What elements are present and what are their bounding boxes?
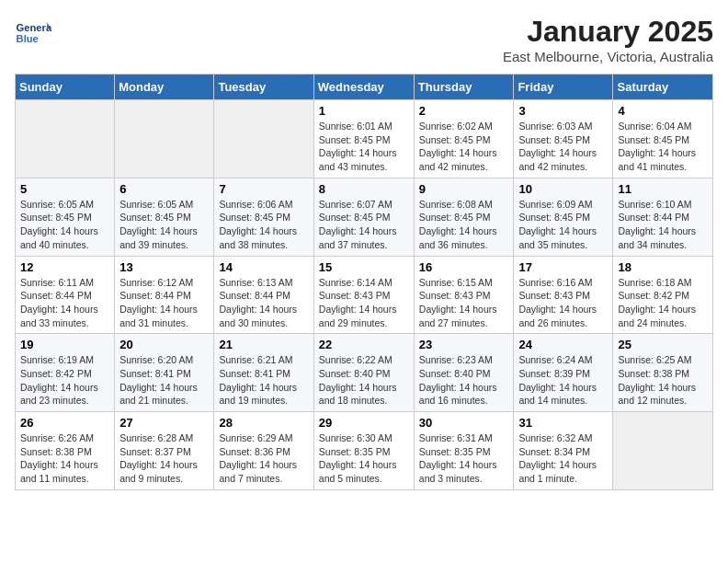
day-info: Sunrise: 6:03 AM Sunset: 8:45 PM Dayligh…	[518, 120, 608, 174]
month-year: January 2025	[503, 15, 713, 49]
day-number: 7	[219, 182, 308, 196]
calendar-week-row: 5Sunrise: 6:05 AM Sunset: 8:45 PM Daylig…	[16, 178, 713, 256]
day-info: Sunrise: 6:20 AM Sunset: 8:41 PM Dayligh…	[119, 353, 209, 408]
day-number: 24	[518, 338, 608, 351]
calendar-cell: 21Sunrise: 6:21 AM Sunset: 8:41 PM Dayli…	[214, 334, 313, 412]
svg-text:General: General	[17, 22, 51, 33]
day-number: 3	[518, 104, 608, 118]
calendar-header-tuesday: Tuesday	[214, 75, 313, 100]
day-number: 15	[319, 260, 409, 274]
calendar-cell	[115, 100, 214, 178]
day-number: 28	[219, 416, 308, 430]
calendar-cell: 24Sunrise: 6:24 AM Sunset: 8:39 PM Dayli…	[514, 334, 613, 412]
day-number: 8	[319, 182, 409, 196]
day-info: Sunrise: 6:06 AM Sunset: 8:45 PM Dayligh…	[219, 198, 308, 252]
calendar-week-row: 26Sunrise: 6:26 AM Sunset: 8:38 PM Dayli…	[16, 412, 713, 490]
day-number: 6	[119, 182, 209, 196]
day-number: 25	[618, 338, 708, 351]
day-number: 22	[319, 338, 409, 351]
calendar-header-sunday: Sunday	[16, 75, 115, 100]
calendar-cell: 15Sunrise: 6:14 AM Sunset: 8:43 PM Dayli…	[313, 256, 414, 334]
day-number: 29	[319, 416, 409, 430]
calendar-cell: 6Sunrise: 6:05 AM Sunset: 8:45 PM Daylig…	[115, 178, 214, 256]
day-info: Sunrise: 6:26 AM Sunset: 8:38 PM Dayligh…	[20, 431, 109, 486]
page-header: General Blue January 2025 East Melbourne…	[15, 15, 713, 64]
day-number: 20	[119, 338, 209, 351]
calendar-cell: 3Sunrise: 6:03 AM Sunset: 8:45 PM Daylig…	[514, 100, 613, 178]
day-number: 23	[419, 338, 509, 351]
day-info: Sunrise: 6:10 AM Sunset: 8:44 PM Dayligh…	[618, 198, 708, 252]
day-info: Sunrise: 6:19 AM Sunset: 8:42 PM Dayligh…	[20, 353, 109, 408]
day-number: 26	[20, 416, 109, 430]
day-info: Sunrise: 6:32 AM Sunset: 8:34 PM Dayligh…	[518, 431, 608, 486]
day-number: 9	[419, 182, 509, 196]
day-info: Sunrise: 6:12 AM Sunset: 8:44 PM Dayligh…	[119, 276, 209, 330]
calendar-cell	[214, 100, 313, 178]
calendar-cell	[613, 412, 713, 490]
calendar-cell: 4Sunrise: 6:04 AM Sunset: 8:45 PM Daylig…	[613, 100, 713, 178]
calendar-cell: 18Sunrise: 6:18 AM Sunset: 8:42 PM Dayli…	[613, 256, 713, 334]
calendar-cell: 26Sunrise: 6:26 AM Sunset: 8:38 PM Dayli…	[16, 412, 115, 490]
calendar-cell: 13Sunrise: 6:12 AM Sunset: 8:44 PM Dayli…	[115, 256, 214, 334]
day-info: Sunrise: 6:21 AM Sunset: 8:41 PM Dayligh…	[219, 353, 308, 408]
day-info: Sunrise: 6:22 AM Sunset: 8:40 PM Dayligh…	[319, 353, 409, 408]
calendar-cell: 30Sunrise: 6:31 AM Sunset: 8:35 PM Dayli…	[414, 412, 514, 490]
day-number: 21	[219, 338, 308, 351]
day-info: Sunrise: 6:23 AM Sunset: 8:40 PM Dayligh…	[419, 353, 509, 408]
day-info: Sunrise: 6:14 AM Sunset: 8:43 PM Dayligh…	[319, 276, 409, 330]
day-info: Sunrise: 6:30 AM Sunset: 8:35 PM Dayligh…	[319, 431, 409, 486]
calendar-cell: 22Sunrise: 6:22 AM Sunset: 8:40 PM Dayli…	[313, 334, 414, 412]
calendar-cell: 10Sunrise: 6:09 AM Sunset: 8:45 PM Dayli…	[514, 178, 613, 256]
calendar-cell: 7Sunrise: 6:06 AM Sunset: 8:45 PM Daylig…	[214, 178, 313, 256]
calendar-cell: 14Sunrise: 6:13 AM Sunset: 8:44 PM Dayli…	[214, 256, 313, 334]
day-number: 5	[20, 182, 109, 196]
calendar-cell: 17Sunrise: 6:16 AM Sunset: 8:43 PM Dayli…	[514, 256, 613, 334]
calendar-header-saturday: Saturday	[613, 75, 713, 100]
day-number: 1	[319, 104, 409, 118]
day-number: 30	[419, 416, 509, 430]
location: East Melbourne, Victoria, Australia	[503, 49, 713, 64]
calendar-week-row: 12Sunrise: 6:11 AM Sunset: 8:44 PM Dayli…	[16, 256, 713, 334]
title-block: January 2025 East Melbourne, Victoria, A…	[503, 15, 713, 64]
calendar-cell: 28Sunrise: 6:29 AM Sunset: 8:36 PM Dayli…	[214, 412, 313, 490]
day-info: Sunrise: 6:07 AM Sunset: 8:45 PM Dayligh…	[319, 198, 409, 252]
day-info: Sunrise: 6:02 AM Sunset: 8:45 PM Dayligh…	[419, 120, 509, 174]
calendar-week-row: 1Sunrise: 6:01 AM Sunset: 8:45 PM Daylig…	[16, 100, 713, 178]
calendar-header-monday: Monday	[115, 75, 214, 100]
day-number: 13	[119, 260, 209, 274]
day-number: 12	[20, 260, 109, 274]
day-info: Sunrise: 6:31 AM Sunset: 8:35 PM Dayligh…	[419, 431, 509, 486]
calendar-cell: 23Sunrise: 6:23 AM Sunset: 8:40 PM Dayli…	[414, 334, 514, 412]
day-info: Sunrise: 6:11 AM Sunset: 8:44 PM Dayligh…	[20, 276, 109, 330]
calendar-cell: 5Sunrise: 6:05 AM Sunset: 8:45 PM Daylig…	[16, 178, 115, 256]
calendar-cell: 25Sunrise: 6:25 AM Sunset: 8:38 PM Dayli…	[613, 334, 713, 412]
day-info: Sunrise: 6:28 AM Sunset: 8:37 PM Dayligh…	[119, 431, 209, 486]
calendar-cell: 8Sunrise: 6:07 AM Sunset: 8:45 PM Daylig…	[313, 178, 414, 256]
day-info: Sunrise: 6:24 AM Sunset: 8:39 PM Dayligh…	[518, 353, 608, 408]
calendar-cell: 27Sunrise: 6:28 AM Sunset: 8:37 PM Dayli…	[115, 412, 214, 490]
day-number: 31	[518, 416, 608, 430]
calendar-cell	[16, 100, 115, 178]
logo: General Blue	[15, 15, 55, 52]
calendar-cell: 9Sunrise: 6:08 AM Sunset: 8:45 PM Daylig…	[414, 178, 514, 256]
calendar-cell: 16Sunrise: 6:15 AM Sunset: 8:43 PM Dayli…	[414, 256, 514, 334]
logo-icon: General Blue	[15, 15, 51, 52]
calendar-cell: 29Sunrise: 6:30 AM Sunset: 8:35 PM Dayli…	[313, 412, 414, 490]
calendar-cell: 11Sunrise: 6:10 AM Sunset: 8:44 PM Dayli…	[613, 178, 713, 256]
day-info: Sunrise: 6:18 AM Sunset: 8:42 PM Dayligh…	[618, 276, 708, 330]
day-info: Sunrise: 6:09 AM Sunset: 8:45 PM Dayligh…	[518, 198, 608, 252]
calendar-week-row: 19Sunrise: 6:19 AM Sunset: 8:42 PM Dayli…	[16, 334, 713, 412]
day-number: 14	[219, 260, 308, 274]
day-number: 2	[419, 104, 509, 118]
day-info: Sunrise: 6:04 AM Sunset: 8:45 PM Dayligh…	[618, 120, 708, 174]
day-info: Sunrise: 6:29 AM Sunset: 8:36 PM Dayligh…	[219, 431, 308, 486]
calendar-cell: 19Sunrise: 6:19 AM Sunset: 8:42 PM Dayli…	[16, 334, 115, 412]
calendar-header-wednesday: Wednesday	[313, 75, 414, 100]
day-number: 18	[618, 260, 708, 274]
day-number: 27	[119, 416, 209, 430]
day-number: 16	[419, 260, 509, 274]
day-number: 4	[618, 104, 708, 118]
calendar-cell: 2Sunrise: 6:02 AM Sunset: 8:45 PM Daylig…	[414, 100, 514, 178]
calendar-table: SundayMondayTuesdayWednesdayThursdayFrid…	[15, 74, 713, 490]
day-info: Sunrise: 6:05 AM Sunset: 8:45 PM Dayligh…	[119, 198, 209, 252]
